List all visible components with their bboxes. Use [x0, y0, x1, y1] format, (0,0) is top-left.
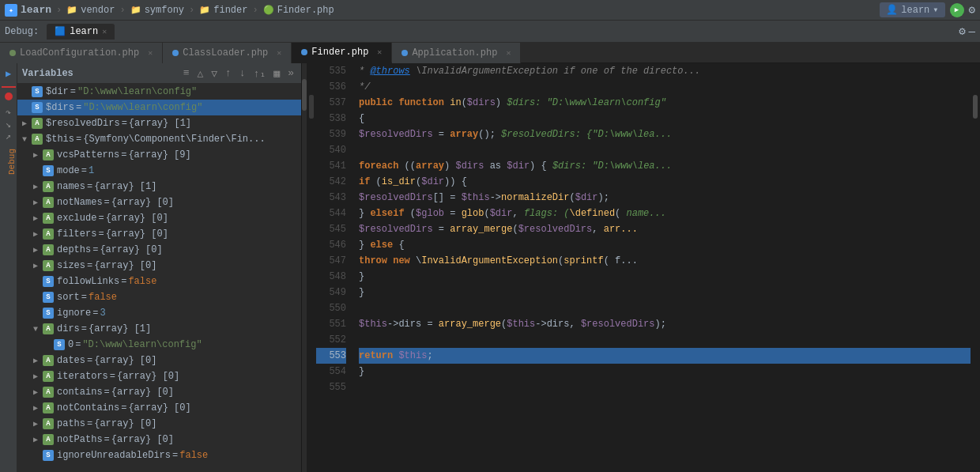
- run-button[interactable]: ▶: [950, 3, 964, 17]
- app-window: ✦ learn › 📁 vendor › 📁 symfony › 📁 finde…: [0, 0, 980, 472]
- variable-item-12[interactable]: SfollowLinks = false: [17, 274, 301, 289]
- debug-tab-icon: 🟦: [55, 26, 66, 36]
- var-btn-list[interactable]: ≡: [181, 66, 192, 80]
- var-expand-4[interactable]: ▶: [33, 150, 43, 160]
- step-into-btn[interactable]: ↘: [0, 119, 17, 130]
- editor-tab-application[interactable]: Application.php ✕: [392, 43, 521, 63]
- step-out-btn[interactable]: ↗: [0, 130, 17, 142]
- breadcrumb-finder[interactable]: 📁 finder: [199, 5, 247, 16]
- var-btn-up2[interactable]: ↑: [223, 66, 234, 80]
- editor-tab-finder[interactable]: Finder.php ✕: [292, 43, 392, 63]
- variable-item-16[interactable]: S0 = "D:\www\learn\config": [17, 337, 301, 353]
- variable-item-3[interactable]: ▼A$this = {Symfony\Component\Finder\Fin.…: [17, 131, 301, 147]
- var-name-15: dirs: [57, 323, 80, 334]
- debug-vert-label[interactable]: Debug: [0, 149, 17, 175]
- editor-tab-application-close[interactable]: ✕: [506, 48, 511, 58]
- editor-tab-classloader-close[interactable]: ✕: [277, 48, 281, 58]
- settings-button[interactable]: ⚙: [969, 3, 975, 17]
- var-expand-17[interactable]: ▶: [33, 356, 43, 365]
- step-over-btn[interactable]: ↷: [0, 107, 17, 119]
- var-expand-22[interactable]: ▶: [33, 435, 43, 444]
- editor-tab-loadconfig-close[interactable]: ✕: [148, 48, 153, 58]
- variables-list[interactable]: S$dir = "D:\www\learn\config" S$dirs = "…: [17, 84, 301, 472]
- var-value-17: {array} [0]: [94, 355, 156, 366]
- var-btn-up1[interactable]: △: [194, 66, 205, 81]
- variable-item-5[interactable]: Smode = 1: [17, 163, 301, 179]
- code-line-546: } else {: [359, 237, 971, 253]
- breadcrumb-vendor[interactable]: 📁 vendor: [66, 5, 115, 16]
- var-eq-23: =: [172, 450, 178, 461]
- code-line-538: {: [359, 111, 971, 126]
- debug-settings-btn[interactable]: ⚙: [959, 25, 965, 38]
- variable-item-4[interactable]: ▶AvcsPatterns = {array} [9]: [17, 147, 301, 163]
- var-expand-7[interactable]: ▶: [33, 198, 43, 207]
- variable-item-2[interactable]: ▶A$resolvedDirs = {array} [1]: [17, 115, 301, 131]
- variable-item-22[interactable]: ▶AnotPaths = {array} [0]: [17, 432, 301, 447]
- variable-item-23[interactable]: SignoreUnreadableDirs = false: [17, 447, 301, 463]
- debug-label: Debug:: [5, 26, 39, 37]
- editor-tab-classloader[interactable]: ClassLoader.php ✕: [163, 43, 292, 63]
- line-number-551: 551: [316, 316, 346, 332]
- line-number-544: 544: [316, 206, 346, 221]
- line-number-536: 536: [316, 79, 346, 95]
- variable-item-13[interactable]: Ssort = false: [17, 289, 301, 305]
- breadcrumb-finder-php[interactable]: 🟢 Finder.php: [263, 5, 334, 16]
- var-expand-3[interactable]: ▼: [22, 135, 32, 144]
- var-expand-21[interactable]: ▶: [33, 419, 43, 429]
- sidebar-play-btn[interactable]: ▶: [0, 63, 17, 85]
- profile-button[interactable]: 👤 learn ▾: [880, 2, 944, 17]
- code-line-544: } elseif ($glob = glob($dir, flags: (\de…: [359, 206, 971, 221]
- var-expand-15[interactable]: ▼: [33, 325, 43, 334]
- var-expand-19[interactable]: ▶: [33, 387, 43, 397]
- var-expand-9[interactable]: ▶: [33, 229, 43, 239]
- code-lines[interactable]: * @throws \InvalidArgumentException if o…: [352, 63, 971, 472]
- var-btn-grid[interactable]: ▦: [271, 66, 282, 81]
- var-expand-6[interactable]: ▶: [33, 182, 43, 191]
- var-name-11: sizes: [57, 260, 85, 271]
- var-btn-down2[interactable]: ↓: [237, 66, 248, 80]
- var-btn-down1[interactable]: ▽: [209, 66, 220, 81]
- var-expand-8[interactable]: ▶: [33, 213, 43, 223]
- variable-item-21[interactable]: ▶Apaths = {array} [0]: [17, 416, 301, 432]
- editor-tab-finder-label: Finder.php: [311, 47, 368, 58]
- variable-item-0[interactable]: S$dir = "D:\www\learn\config": [17, 84, 301, 100]
- var-btn-more[interactable]: »: [285, 66, 296, 80]
- variable-item-10[interactable]: ▶Adepths = {array} [0]: [17, 242, 301, 258]
- var-expand-2[interactable]: ▶: [22, 119, 32, 128]
- var-expand-18[interactable]: ▶: [33, 372, 43, 381]
- variable-item-15[interactable]: ▼Adirs = {array} [1]: [17, 321, 301, 337]
- debug-tab-learn[interactable]: 🟦 learn ✕: [47, 24, 115, 40]
- var-eq-20: =: [121, 402, 126, 413]
- var-eq-16: =: [75, 339, 81, 350]
- variable-item-7[interactable]: ▶AnotNames = {array} [0]: [17, 194, 301, 210]
- variable-item-19[interactable]: ▶Acontains = {array} [0]: [17, 384, 301, 400]
- var-expand-20[interactable]: ▶: [33, 403, 43, 413]
- breadcrumb-symfony[interactable]: 📁 symfony: [130, 5, 184, 16]
- var-name-0: $dir: [46, 86, 69, 97]
- editor-tab-loadconfig[interactable]: LoadConfiguration.php ✕: [0, 43, 163, 63]
- variable-item-1[interactable]: S$dirs = "D:\www\learn\config": [17, 100, 301, 115]
- line-number-552: 552: [316, 332, 346, 348]
- line-numbers: 5355365375385395405415425435445455465475…: [316, 63, 352, 472]
- variable-item-14[interactable]: Signore = 3: [17, 305, 301, 321]
- variable-item-8[interactable]: ▶Aexclude = {array} [0]: [17, 210, 301, 226]
- var-eq-14: =: [92, 308, 98, 319]
- variable-item-6[interactable]: ▶Anames = {array} [1]: [17, 179, 301, 194]
- code-scroll-right[interactable]: [971, 63, 980, 472]
- debug-minimize-btn[interactable]: —: [969, 25, 975, 38]
- var-type-icon-7: A: [43, 197, 54, 208]
- variable-item-20[interactable]: ▶AnotContains = {array} [0]: [17, 400, 301, 416]
- var-expand-10[interactable]: ▶: [33, 245, 43, 255]
- profile-icon: 👤: [886, 4, 898, 16]
- variable-item-9[interactable]: ▶Afilters = {array} [0]: [17, 226, 301, 242]
- variable-item-17[interactable]: ▶Adates = {array} [0]: [17, 353, 301, 368]
- editor-tab-finder-close[interactable]: ✕: [377, 47, 382, 57]
- variable-item-11[interactable]: ▶Asizes = {array} [0]: [17, 258, 301, 274]
- var-expand-11[interactable]: ▶: [33, 261, 43, 270]
- var-name-14: ignore: [57, 308, 91, 319]
- variable-item-18[interactable]: ▶Aiterators = {array} [0]: [17, 368, 301, 384]
- var-value-14: 3: [100, 308, 105, 319]
- debug-tab-close[interactable]: ✕: [102, 27, 107, 36]
- var-btn-sort[interactable]: ↑₁: [251, 66, 269, 81]
- top-bar: ✦ learn › 📁 vendor › 📁 symfony › 📁 finde…: [0, 0, 980, 21]
